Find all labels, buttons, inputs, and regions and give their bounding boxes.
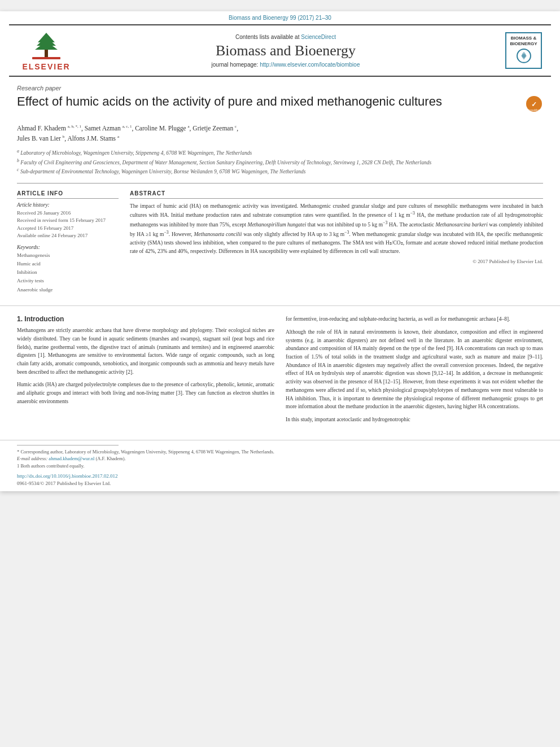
received-date: Received 26 January 2016	[17, 209, 119, 217]
email-suffix: (A.F. Khadem).	[96, 456, 126, 461]
footnote-area: * Corresponding author, Laboratory of Mi…	[0, 440, 560, 491]
section-1-right-para-3: In this study, important acetoclastic an…	[286, 416, 543, 424]
article-info-abstract: ARTICLE INFO Article history: Received 2…	[17, 183, 543, 294]
journal-logo-title: BIOMASS & BIOENERGY	[509, 36, 539, 46]
svg-text:✓: ✓	[531, 101, 537, 108]
body-left-column: 1. Introduction Methanogens are strictly…	[17, 315, 274, 429]
keyword-2: Humic acid	[17, 260, 119, 268]
abstract-panel: ABSTRACT The impact of humic acid (HA) o…	[130, 190, 543, 294]
section-1-right-para-1: for fermentive, iron-reducing and sulpha…	[286, 315, 543, 324]
article-history-title: Article history:	[17, 202, 119, 208]
main-body: 1. Introduction Methanogens are strictly…	[0, 305, 560, 440]
article-title-text: Effect of humic acids on the activity of…	[17, 94, 519, 110]
journal-logo-box: BIOMASS & BIOENERGY	[505, 32, 542, 69]
abstract-title: ABSTRACT	[130, 190, 543, 199]
footnote-email: E-mail address: ahmad.khadem@wur.nl (A.F…	[17, 455, 543, 462]
article-history-content: Received 26 January 2016 Received in rev…	[17, 209, 119, 240]
available-online-date: Available online 24 February 2017	[17, 232, 119, 240]
journal-ref-text: Biomass and Bioenergy 99 (2017) 21–30	[229, 15, 331, 21]
affiliations: a Laboratory of Microbiology, Wageningen…	[17, 148, 543, 176]
keywords-title: Keywords:	[17, 244, 119, 250]
journal-reference: Biomass and Bioenergy 99 (2017) 21–30	[0, 11, 560, 22]
journal-homepage: journal homepage: http://www.elsevier.co…	[75, 62, 497, 68]
affiliation-c: c Sub-department of Environmental Techno…	[17, 167, 543, 176]
elsevier-logo: ELSEVIER	[18, 30, 75, 71]
abstract-text: The impact of humic acid (HA) on methano…	[130, 202, 543, 256]
footnote-corresponding: * Corresponding author, Laboratory of Mi…	[17, 448, 543, 456]
article-title-area: Effect of humic acids on the activity of…	[17, 94, 543, 117]
page: Biomass and Bioenergy 99 (2017) 21–30 EL…	[0, 11, 560, 491]
body-right-column: for fermentive, iron-reducing and sulpha…	[286, 315, 543, 429]
issn-line: 0961-9534/© 2017 Published by Elsevier L…	[17, 480, 543, 488]
footnote-contributed: 1 Both authors contributed equally.	[17, 462, 543, 470]
article-info-title: ARTICLE INFO	[17, 190, 119, 199]
svg-text:CrossMark: CrossMark	[527, 108, 541, 112]
email-link[interactable]: ahmad.khadem@wur.nl	[49, 456, 94, 461]
homepage-link[interactable]: http://www.elsevier.com/locate/biombioe	[260, 62, 360, 68]
elsevier-wordmark: ELSEVIER	[22, 62, 70, 71]
section-1-para-2: Humic acids (HA) are charged polyelectro…	[17, 381, 274, 405]
journal-header: ELSEVIER Contents lists available at Sci…	[9, 24, 551, 77]
affiliation-b: b Faculty of Civil Engineering and Geosc…	[17, 158, 543, 167]
sciencedirect-link[interactable]: ScienceDirect	[301, 34, 336, 40]
section-1-heading: 1. Introduction	[17, 315, 274, 323]
received-revised-date: Received in revised form 15 February 201…	[17, 217, 119, 225]
keyword-1: Methanogenesis	[17, 251, 119, 260]
section-1-para-1: Methanogens are strictly anaerobic archa…	[17, 326, 274, 376]
homepage-label: journal homepage:	[212, 62, 259, 68]
journal-header-center: Contents lists available at ScienceDirec…	[75, 34, 497, 68]
keyword-5: Anaerobic sludge	[17, 286, 119, 294]
crossmark-icon: ✓ CrossMark	[525, 95, 543, 117]
content-area: Research paper Effect of humic acids on …	[0, 79, 560, 305]
keyword-4: Activity tests	[17, 277, 119, 285]
keywords-list: Methanogenesis Humic acid Inhibition Act…	[17, 251, 119, 294]
article-type: Research paper	[17, 85, 543, 91]
elsevier-logo-area: ELSEVIER	[18, 30, 75, 71]
copyright: © 2017 Published by Elsevier Ltd.	[130, 259, 543, 264]
doi-link[interactable]: http://dx.doi.org/10.1016/j.biombioe.201…	[17, 473, 118, 479]
contents-available: Contents lists available at ScienceDirec…	[75, 34, 497, 40]
svg-rect-0	[32, 57, 60, 59]
journal-logo-area: BIOMASS & BIOENERGY	[497, 32, 542, 69]
keyword-3: Inhibition	[17, 268, 119, 277]
section-1-right-para-2: Although the role of HA in natural envir…	[286, 328, 543, 411]
accepted-date: Accepted 16 February 2017	[17, 225, 119, 233]
article-info-panel: ARTICLE INFO Article history: Received 2…	[17, 190, 119, 294]
journal-logo-icon	[515, 47, 532, 64]
contents-available-text: Contents lists available at	[235, 34, 299, 40]
journal-title: Biomass and Bioenergy	[75, 42, 497, 59]
doi-line: http://dx.doi.org/10.1016/j.biombioe.201…	[17, 473, 543, 480]
affiliation-a: a Laboratory of Microbiology, Wageningen…	[17, 148, 543, 157]
elsevier-tree-icon	[27, 30, 66, 61]
authors: Ahmad F. Khadem a, b, *, 1, Samet Azman …	[17, 123, 543, 144]
